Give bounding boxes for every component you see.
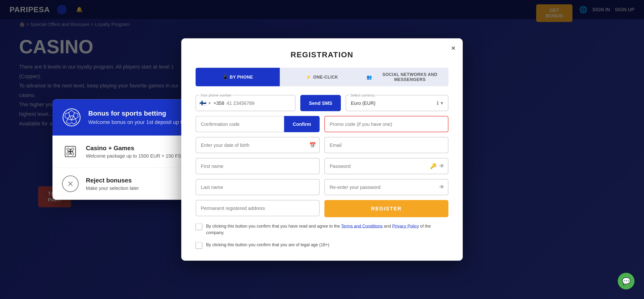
phone-prefix: +358: [214, 100, 224, 106]
last-name-input[interactable]: [196, 179, 320, 195]
tab-social[interactable]: 👥 SOCIAL NETWORKS AND MESSENGERS: [364, 68, 448, 87]
last-name-group: [196, 179, 320, 195]
svg-point-8: [72, 148, 74, 150]
svg-point-10: [72, 153, 74, 155]
name-password-row: 🔑 👁: [196, 158, 448, 174]
social-tab-label: SOCIAL NETWORKS AND MESSENGERS: [374, 72, 446, 82]
date-of-birth-input[interactable]: [196, 137, 320, 153]
password-input[interactable]: [324, 158, 448, 174]
address-register-row: REGISTER: [196, 200, 448, 217]
terms-checkbox-row: By clicking this button you confirm that…: [196, 223, 448, 236]
casino-bonus-text: Casino + Games Welcome package up to 150…: [86, 144, 181, 159]
phone-row: Your phone number 🇫🇮 ▾ +358 Send SMS Sel…: [196, 95, 448, 111]
age-text: By clicking this button you confirm that…: [206, 242, 330, 248]
confirmation-code-group: Confirm: [196, 116, 320, 132]
casino-icon: [62, 143, 79, 160]
currency-label: Select currency: [350, 93, 376, 97]
phone-label: Your phone number: [200, 93, 232, 97]
reject-icon: ✕: [62, 176, 79, 192]
oneclick-tab-label: ONE-CLICK: [313, 75, 338, 80]
tab-by-phone[interactable]: 📱 BY PHONE: [196, 68, 280, 87]
first-name-group: [196, 158, 320, 174]
dropdown-icon[interactable]: ▾: [208, 101, 210, 106]
currency-value: Euro (EUR): [351, 100, 376, 106]
chat-bubble-button[interactable]: 💬: [618, 273, 634, 289]
svg-point-7: [67, 148, 69, 150]
password-group: 🔑 👁: [324, 158, 448, 174]
terms-checkbox[interactable]: [196, 223, 202, 230]
phone-tab-icon: 📱: [222, 75, 228, 80]
casino-bonus-desc: Welcome package up to 1500 EUR + 150 FS: [86, 153, 181, 159]
currency-icons: ℹ ▾: [437, 100, 443, 106]
svg-marker-2: [74, 113, 78, 119]
soccer-ball-icon: [62, 108, 81, 127]
phone-number-input[interactable]: [226, 100, 292, 106]
privacy-policy-link[interactable]: Privacy Policy: [392, 224, 419, 228]
oneclick-tab-icon: ⚡: [306, 75, 311, 80]
re-enter-password-input[interactable]: [324, 179, 448, 195]
address-group: [196, 200, 320, 217]
info-icon: ℹ: [437, 100, 439, 106]
terms-text: By clicking this button you confirm that…: [206, 223, 448, 236]
reject-desc: Make your selection later: [86, 186, 139, 191]
svg-marker-4: [66, 119, 77, 124]
send-sms-button[interactable]: Send SMS: [300, 95, 341, 111]
casino-bonus-title: Casino + Games: [86, 144, 181, 152]
phone-tab-label: BY PHONE: [230, 75, 253, 80]
promo-code-input[interactable]: [324, 116, 448, 132]
svg-rect-12: [68, 151, 73, 152]
promo-code-group: [324, 116, 448, 132]
lastname-repassword-row: 👁: [196, 179, 448, 195]
modal-title: REGISTRATION: [196, 50, 448, 59]
address-input[interactable]: [196, 200, 320, 216]
confirm-button[interactable]: Confirm: [284, 116, 320, 132]
social-tab-icon: 👥: [366, 75, 372, 80]
age-checkbox-row: By clicking this button you confirm that…: [196, 242, 448, 249]
terms-conditions-link[interactable]: Terms and Conditions: [341, 224, 382, 228]
registration-modal: × REGISTRATION 📱 BY PHONE ⚡ ONE-CLICK 👥 …: [181, 39, 463, 261]
dropdown-currency-icon[interactable]: ▾: [440, 100, 443, 106]
modal-close-button[interactable]: ×: [451, 44, 456, 52]
first-name-input[interactable]: [196, 158, 320, 174]
register-button[interactable]: REGISTER: [324, 200, 448, 217]
phone-input-group: Your phone number 🇫🇮 ▾ +358: [196, 95, 296, 111]
registration-tabs: 📱 BY PHONE ⚡ ONE-CLICK 👥 SOCIAL NETWORKS…: [196, 68, 448, 87]
re-enter-password-group: 👁: [324, 179, 448, 195]
chat-icon: 💬: [622, 277, 631, 285]
date-of-birth-group: 📅: [196, 137, 320, 153]
reject-title: Reject bonuses: [86, 177, 139, 184]
confirmation-code-input[interactable]: [196, 116, 284, 132]
flag-icon: 🇫🇮: [200, 100, 206, 107]
dob-email-row: 📅: [196, 137, 448, 153]
confirmation-row: Confirm: [196, 116, 448, 132]
svg-marker-3: [65, 113, 70, 119]
email-input[interactable]: [324, 137, 448, 153]
currency-group: Select currency Euro (EUR) ℹ ▾: [346, 95, 448, 111]
tab-one-click[interactable]: ⚡ ONE-CLICK: [280, 68, 364, 87]
svg-point-9: [67, 153, 69, 155]
email-group: [324, 137, 448, 153]
age-checkbox[interactable]: [196, 242, 202, 249]
register-group: REGISTER: [324, 200, 448, 217]
reject-text: Reject bonuses Make your selection later: [86, 177, 139, 191]
